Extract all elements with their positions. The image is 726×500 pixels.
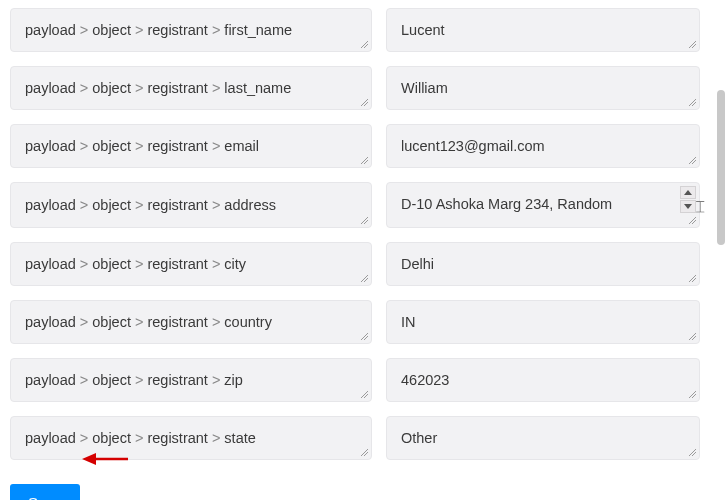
svg-line-19 [364,278,368,282]
breadcrumb-segment: country [224,314,272,330]
breadcrumb-segment: payload [25,197,76,213]
chevron-right-icon: > [80,372,88,388]
chevron-right-icon: > [80,138,88,154]
breadcrumb-segment: registrant [147,197,207,213]
svg-line-21 [692,278,696,282]
breadcrumb-segment: registrant [147,430,207,446]
breadcrumb: payload>object>registrant>address [25,197,276,213]
svg-line-30 [361,449,368,456]
save-button[interactable]: Save [10,484,80,500]
svg-line-20 [689,275,696,282]
chevron-right-icon: > [80,22,88,38]
field-path-cell[interactable]: payload>object>registrant>first_name [10,8,372,52]
field-row: payload>object>registrant>countryIN [10,300,700,344]
svg-line-17 [692,220,696,224]
chevron-right-icon: > [212,197,220,213]
svg-line-29 [692,394,696,398]
field-value-cell[interactable]: 462023 [386,358,700,402]
svg-line-31 [364,452,368,456]
chevron-right-icon: > [135,197,143,213]
field-path-cell[interactable]: payload>object>registrant>state [10,416,372,460]
field-value-cell[interactable]: Lucent [386,8,700,52]
resize-handle-icon [359,155,369,165]
breadcrumb-segment: object [92,138,131,154]
breadcrumb-segment: registrant [147,372,207,388]
field-value-text: lucent123@gmail.com [401,138,545,154]
svg-line-24 [689,333,696,340]
svg-line-8 [361,157,368,164]
stepper-down-button[interactable] [680,200,696,213]
chevron-right-icon: > [135,372,143,388]
field-row: payload>object>registrant>last_nameWilli… [10,66,700,110]
svg-marker-14 [684,190,692,195]
field-value-cell[interactable]: Delhi [386,242,700,286]
chevron-right-icon: > [80,256,88,272]
breadcrumb-segment: city [224,256,246,272]
svg-line-3 [692,44,696,48]
value-stepper[interactable] [680,186,696,213]
field-path-cell[interactable]: payload>object>registrant>email [10,124,372,168]
chevron-right-icon: > [212,80,220,96]
breadcrumb-segment: object [92,80,131,96]
breadcrumb: payload>object>registrant>email [25,138,259,154]
chevron-right-icon: > [135,314,143,330]
breadcrumb-segment: object [92,372,131,388]
field-value-cell[interactable]: Other [386,416,700,460]
resize-handle-icon [359,389,369,399]
breadcrumb-segment: object [92,256,131,272]
chevron-right-icon: > [80,80,88,96]
svg-line-32 [689,449,696,456]
field-row: payload>object>registrant>first_nameLuce… [10,8,700,52]
chevron-right-icon: > [135,430,143,446]
svg-line-12 [361,217,368,224]
field-value-cell[interactable]: lucent123@gmail.com [386,124,700,168]
field-path-cell[interactable]: payload>object>registrant>zip [10,358,372,402]
chevron-right-icon: > [80,430,88,446]
chevron-right-icon: > [212,314,220,330]
svg-line-16 [689,217,696,224]
breadcrumb-segment: payload [25,372,76,388]
field-value-cell[interactable]: IN [386,300,700,344]
resize-handle-icon [687,155,697,165]
field-row: payload>object>registrant>emaillucent123… [10,124,700,168]
breadcrumb-segment: registrant [147,256,207,272]
field-row: payload>object>registrant>cityDelhi [10,242,700,286]
breadcrumb-segment: registrant [147,80,207,96]
field-path-cell[interactable]: payload>object>registrant>address [10,182,372,228]
resize-handle-icon [687,447,697,457]
stepper-up-button[interactable] [680,186,696,199]
breadcrumb-segment: registrant [147,22,207,38]
svg-line-25 [692,336,696,340]
svg-line-13 [364,220,368,224]
resize-handle-icon [687,273,697,283]
breadcrumb-segment: object [92,22,131,38]
svg-marker-15 [684,204,692,209]
svg-line-22 [361,333,368,340]
chevron-right-icon: > [135,256,143,272]
field-value-cell[interactable]: William [386,66,700,110]
breadcrumb: payload>object>registrant>zip [25,372,243,388]
field-value-text: IN [401,314,416,330]
breadcrumb-segment: last_name [224,80,291,96]
chevron-right-icon: > [80,197,88,213]
breadcrumb-segment: payload [25,430,76,446]
breadcrumb: payload>object>registrant>state [25,430,256,446]
field-path-cell[interactable]: payload>object>registrant>last_name [10,66,372,110]
breadcrumb-segment: zip [224,372,243,388]
resize-handle-icon [687,389,697,399]
field-value-cell[interactable]: D-10 Ashoka Marg 234, Random [386,182,700,228]
resize-handle-icon [359,97,369,107]
breadcrumb-segment: registrant [147,138,207,154]
field-path-cell[interactable]: payload>object>registrant>city [10,242,372,286]
resize-handle-icon [359,215,369,225]
resize-handle-icon [359,331,369,341]
field-path-cell[interactable]: payload>object>registrant>country [10,300,372,344]
field-value-text: 462023 [401,372,449,388]
chevron-right-icon: > [212,22,220,38]
scrollbar-thumb[interactable] [717,90,725,245]
form-scroll-area[interactable]: payload>object>registrant>first_nameLuce… [0,0,710,500]
chevron-right-icon: > [135,138,143,154]
svg-line-28 [689,391,696,398]
chevron-right-icon: > [212,256,220,272]
svg-line-11 [692,160,696,164]
